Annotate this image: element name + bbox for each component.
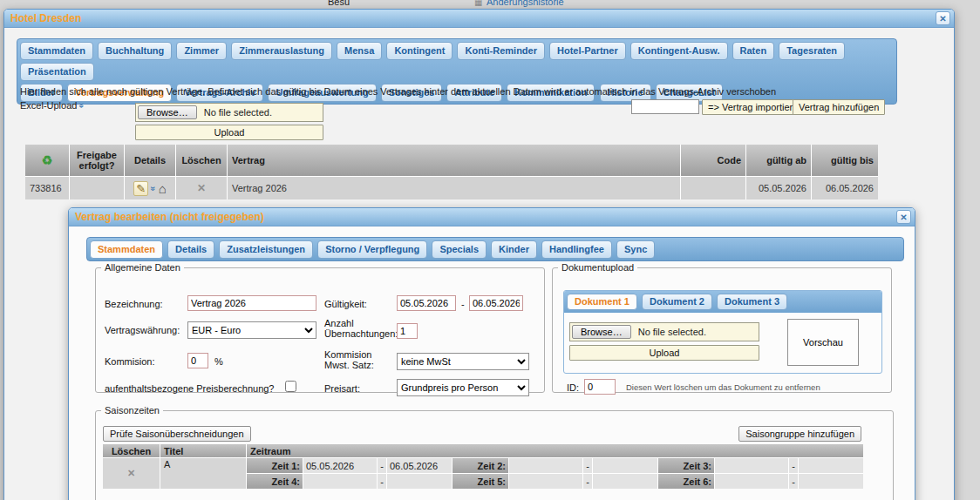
kommision-input[interactable]: [187, 353, 208, 368]
kommision-mwst-select[interactable]: keine MwSt: [397, 353, 529, 370]
modal-tabrow: Stammdaten Details Zusatzleistungen Stor…: [89, 240, 902, 260]
zeit6-von[interactable]: [715, 474, 788, 489]
mtab-details[interactable]: Details: [167, 240, 214, 259]
saison-col-zeitraum: Zeitraum: [247, 444, 863, 457]
preisart-select[interactable]: Grundpreis pro Person: [397, 379, 529, 396]
allgemeine-daten-fieldset: Allgemeine Daten Bezeichnung: Gültigkeit…: [95, 262, 545, 393]
upload-button[interactable]: Upload: [135, 125, 323, 140]
background-partial-link[interactable]: Änderungshistorie: [487, 0, 564, 7]
doktab-1[interactable]: Dokument 1: [567, 294, 637, 310]
zeit3-von[interactable]: [715, 458, 788, 473]
anzahl-uebernachtungen-label: Anzahl Übernachtungen:: [324, 318, 396, 339]
tab-konti-reminder[interactable]: Konti-Reminder: [457, 42, 545, 60]
tab-buchhaltung[interactable]: Buchhaltung: [98, 42, 172, 60]
dokument-id-input[interactable]: [584, 379, 616, 395]
vertragswaehrung-select[interactable]: EUR - Euro: [187, 321, 316, 339]
dokument-file-input[interactable]: Browse… No file selected.: [569, 322, 759, 341]
main-window-titlebar: Hotel Dresden ✕: [4, 10, 954, 28]
zeit3-separator: -: [789, 458, 798, 473]
saison-col-titel: Titel: [160, 444, 246, 457]
bezeichnung-input[interactable]: [187, 295, 316, 311]
vorschau-button[interactable]: Vorschau: [787, 319, 859, 366]
dokument-browse-button[interactable]: Browse…: [572, 325, 631, 339]
excel-file-input[interactable]: Browse… No file selected.: [135, 103, 323, 122]
mtab-handlingfee[interactable]: Handlingfee: [541, 240, 612, 259]
browse-button[interactable]: Browse…: [138, 105, 197, 119]
zeit5-bis[interactable]: [593, 474, 657, 489]
import-code-input[interactable]: [631, 99, 699, 114]
vertrag-hinzufuegen-button[interactable]: Vertrag hinzufügen: [793, 99, 885, 115]
zeit2-von[interactable]: [509, 458, 582, 473]
zeit1-bis[interactable]: 06.05.2026: [387, 458, 452, 473]
zeit5-label: Zeit 5:: [453, 474, 508, 489]
tab-hotel-partner[interactable]: Hotel-Partner: [549, 42, 626, 60]
zeit6-bis[interactable]: [799, 474, 863, 489]
tab-tagesraten[interactable]: Tagesraten: [779, 42, 845, 60]
tab-zimmer[interactable]: Zimmer: [176, 42, 227, 60]
zeit3-bis[interactable]: [799, 458, 863, 473]
mtab-zusatzleistungen[interactable]: Zusatzleistungen: [219, 240, 313, 259]
zeit4-von[interactable]: [303, 474, 377, 489]
zeit2-bis[interactable]: [593, 458, 657, 473]
dokumentupload-fieldset: Dokumentupload Dokument 1 Dokument 2 Dok…: [552, 262, 892, 393]
row-details-cell: ✎ » ⌂: [125, 177, 175, 199]
kommision-mwst-label: Kommision Mwst. Satz:: [324, 349, 392, 370]
col-header-vertrag: Vertrag: [228, 145, 680, 176]
row-gueltig-bis-cell: 06.05.2026: [812, 177, 878, 199]
gueltig-bis-input[interactable]: [469, 295, 523, 311]
tab-kontingent[interactable]: Kontingent: [386, 42, 453, 60]
preisberechnung-checkbox[interactable]: [285, 381, 296, 392]
excel-upload-label: Excel-Upload»: [20, 100, 85, 111]
anzahl-uebernachtungen-input[interactable]: [397, 323, 418, 339]
edit-contract-icon[interactable]: ✎: [133, 181, 148, 196]
percent-suffix: %: [214, 356, 223, 367]
mtab-kinder[interactable]: Kinder: [491, 240, 537, 259]
double-chevron-down-icon[interactable]: »: [77, 103, 87, 108]
zeit4-bis[interactable]: [387, 474, 452, 489]
saison-col-loeschen: Löschen: [103, 444, 160, 457]
saison-table: Löschen Titel Zeitraum ✕ A Zeit 1: 05.05…: [103, 444, 863, 489]
gueltig-von-input[interactable]: [397, 295, 456, 311]
dokument-no-file-text: No file selected.: [633, 327, 711, 337]
modal-close-icon[interactable]: ✕: [896, 210, 911, 224]
tab-raten[interactable]: Raten: [732, 42, 775, 60]
zeit5-von[interactable]: [509, 474, 582, 489]
delete-contract-icon[interactable]: ✕: [197, 182, 206, 194]
vertrag-bearbeiten-modal: Vertrag bearbeiten (nicht freigegeben) ✕…: [68, 207, 915, 500]
expand-details-icon[interactable]: »: [148, 186, 158, 191]
tab-mensa[interactable]: Mensa: [337, 42, 382, 60]
mtab-stammdaten[interactable]: Stammdaten: [90, 240, 163, 259]
row-freigabe-cell: [70, 177, 124, 199]
vertraege-table: ♻ Freigabe erfolgt? Details Löschen Vert…: [25, 145, 878, 199]
excel-upload-label-text: Excel-Upload: [20, 100, 77, 111]
saisonzeiten-fieldset: Saisonzeiten Prüfe Saisonüberschneidunge…: [95, 405, 894, 500]
col-header-recycle: ♻: [25, 145, 69, 176]
saison-delete-icon[interactable]: ✕: [127, 468, 135, 479]
background-page-edge: Besu ▦ Änderungshistorie: [0, 0, 980, 9]
pruefe-saisonueberschneidungen-button[interactable]: Prüfe Saisonüberschneidungen: [103, 426, 251, 442]
background-partial-button[interactable]: Besu: [328, 0, 350, 7]
saison-row-delete-cell: ✕: [103, 458, 160, 489]
tab-praesentation[interactable]: Präsentation: [20, 63, 94, 81]
mtab-sync[interactable]: Sync: [616, 240, 655, 259]
tab-kontingent-ausw[interactable]: Kontingent-Ausw.: [630, 42, 728, 60]
background-partial-icon: ▦: [474, 0, 482, 7]
zeit1-von[interactable]: 05.05.2026: [303, 458, 377, 473]
col-header-freigabe: Freigabe erfolgt?: [70, 145, 124, 176]
recycle-icon: ♻: [42, 153, 53, 167]
tab-stammdaten[interactable]: Stammdaten: [20, 42, 93, 60]
zeit3-label: Zeit 3:: [658, 458, 714, 473]
doktab-3[interactable]: Dokument 3: [717, 294, 787, 310]
main-window-close-icon[interactable]: ✕: [936, 11, 950, 25]
zeit4-label: Zeit 4:: [247, 474, 303, 489]
main-window-title: Hotel Dresden: [10, 12, 81, 24]
mtab-specials[interactable]: Specials: [432, 240, 487, 259]
hotel-house-icon[interactable]: ⌂: [159, 181, 167, 196]
modal-title: Vertrag bearbeiten (nicht freigegeben): [75, 211, 264, 223]
mtab-storno-verpflegung[interactable]: Storno / Verpflegung: [317, 240, 427, 259]
dokument-upload-button[interactable]: Upload: [569, 345, 759, 361]
row-vertrag-cell[interactable]: Vertrag 2026: [228, 177, 680, 199]
tab-zimmerauslastung[interactable]: Zimmerauslastung: [231, 42, 332, 60]
saisongruppe-hinzufuegen-button[interactable]: Saisongruppe hinzufügen: [738, 426, 861, 442]
doktab-2[interactable]: Dokument 2: [642, 294, 712, 310]
